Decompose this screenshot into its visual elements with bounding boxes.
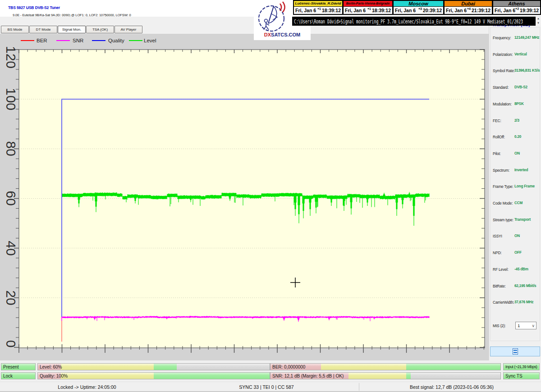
param-label-10: Code Mode:: [493, 201, 513, 205]
world-clocks: Lučenec-Slovakia_R.DávidFri, Jan 6+118:3…: [293, 0, 541, 15]
signal-bar-present: Present: [1, 363, 36, 370]
clock-time: 20:39:12: [423, 8, 442, 13]
statusbar-divider: [359, 383, 359, 391]
signal-chart: [0, 34, 489, 360]
param-value-14: -45 dBm: [514, 267, 528, 271]
signal-bar-sync: Sync TS: [503, 372, 540, 379]
param-value-8: Inverted: [514, 168, 528, 172]
param-label-11: Stream type:: [493, 218, 513, 222]
panel-tool-button[interactable]: [490, 346, 540, 356]
clock-date: Fri, Jan 6: [395, 8, 416, 13]
console-command-text: C:\Users\Roman Dávid>Signal monitoring_P…: [294, 18, 523, 25]
clock-1: Lučenec-Slovakia_R.DávidFri, Jan 6+118:3…: [293, 0, 343, 15]
console-scrollbar[interactable]: ▲▼: [536, 17, 541, 26]
param-label-14: RF Level:: [493, 267, 509, 272]
param-label-5: FEC:: [493, 119, 501, 123]
param-value-5: 2/3: [514, 119, 519, 123]
scroll-down-icon[interactable]: ▼: [536, 21, 541, 26]
statusbar-best-signal: Best signal: 12,7 dB (2023-01-06 05:36): [359, 382, 541, 392]
legend-line-level: [129, 40, 142, 41]
param-label-6: RollOff:: [493, 135, 505, 139]
param-value-13: OFF: [514, 251, 522, 255]
clock-utc-offset: +1: [367, 7, 371, 10]
signal-bar-label-sync: Sync TS: [505, 373, 523, 379]
legend-line-quality: [92, 40, 105, 41]
clock-5: AthensFri, Jan 6+219:39:12: [493, 0, 541, 15]
tab-dt-mode[interactable]: DT Mode: [29, 26, 57, 33]
param-value-9: Long Frame: [514, 184, 535, 188]
clock-city: Dubai: [445, 1, 492, 7]
scroll-up-icon[interactable]: ▲: [536, 17, 541, 21]
clock-time: 21:39:12: [472, 8, 491, 13]
y-axis-label-0: 0: [3, 340, 18, 348]
param-label-mis: MIS (2):: [493, 324, 506, 328]
param-label-12: ISSYI: [493, 234, 502, 238]
tab-bs-mode[interactable]: BS Mode: [1, 26, 29, 33]
param-value-16: 37,676 MHz: [514, 300, 533, 304]
clock-time-row: Fri, Jan 6+219:39:12: [493, 7, 540, 14]
param-value-15: 62,195 Mbit/s: [514, 284, 536, 288]
clock-time-row: Fri, Jan 6+118:39:12: [344, 7, 392, 14]
mis-select[interactable]: 1∨: [515, 322, 536, 329]
clock-utc-offset: +2: [515, 7, 519, 10]
signal-bar-ber: BER: 0,0000000: [270, 363, 501, 370]
legend-line-snr: [56, 40, 70, 41]
tab-tsa-ok-[interactable]: TSA (OK): [86, 26, 114, 33]
clock-date: Fri, Jan 6: [495, 8, 515, 13]
statusbar: Locked -> Uptime: 24:05:00 SYNC 33 | TEI…: [0, 382, 541, 391]
clock-date: Fri, Jan 6: [295, 8, 316, 13]
param-label-16: CarrierWidth:: [493, 300, 514, 305]
clock-time-row: Fri, Jan 6+421:39:12: [445, 7, 492, 14]
console-bar: C:\Users\Roman Dávid>Signal monitoring_P…: [292, 17, 536, 26]
signal-bar-input: Input (~21,39 Mbps): [503, 363, 540, 370]
param-label-1: Polarization:: [493, 52, 513, 57]
clock-4: DubaiFri, Jan 6+421:39:12: [444, 0, 493, 15]
header-strip: [0, 17, 292, 26]
signal-bar-level: Level: 60%: [37, 363, 270, 370]
param-label-9: Frame Type:: [493, 184, 513, 189]
chevron-down-icon: ∨: [532, 323, 535, 329]
param-value-12: ON: [514, 234, 520, 238]
signal-bar-label-present: Present: [3, 364, 18, 370]
signal-chart-area: BERSNRQualityLevel 020406080100120: [0, 34, 489, 360]
app-title: TBS 5927 USB DVB-S2 Tuner: [8, 5, 60, 10]
signal-bar-label-lock: Lock: [3, 373, 13, 379]
clock-time: 19:39:12: [520, 8, 539, 13]
statusbar-uptime: Locked -> Uptime: 24:05:00: [0, 382, 174, 392]
param-label-7: Pilot:: [493, 151, 501, 156]
y-axis-label-60: 60: [3, 191, 18, 206]
logo-text: DXSATCS.COM: [254, 32, 311, 37]
param-value-4: 8PSK: [514, 102, 524, 106]
param-label-3: Standard:: [493, 85, 509, 90]
param-value-3: DVB-S2: [514, 85, 527, 89]
param-label-4: Modulation:: [493, 102, 512, 106]
clock-date: Fri, Jan 6: [345, 8, 366, 13]
signal-bar-quality: Quality: 100%: [37, 372, 270, 379]
clock-utc-offset: +1: [317, 7, 321, 10]
param-label-0: Frequency:: [493, 36, 511, 40]
y-axis-label-80: 80: [3, 141, 18, 156]
clock-city: Lučenec-Slovakia_R.Dávid: [294, 1, 342, 7]
y-axis-label-40: 40: [3, 241, 18, 255]
signal-bar-lock: Lock: [1, 372, 36, 379]
y-axis-label-120: 120: [3, 46, 18, 68]
param-value-6: 0.20: [514, 135, 521, 139]
signal-bar-label-snr: SNR: 12,1 dB (Margin: 5,5 dB | OK): [272, 373, 344, 379]
param-label-8: Spectrum:: [493, 168, 509, 173]
y-axis-label-20: 20: [3, 290, 18, 305]
param-value-2: 31396,831 KS/s: [514, 68, 540, 73]
param-value-11: Transport: [514, 218, 531, 222]
param-value-1: Vertical: [514, 52, 527, 56]
tab-row: BS ModeDT ModeSignal Mon.TSA (OK)AV Play…: [0, 26, 489, 34]
param-value-10: CCM: [514, 201, 523, 205]
clock-date: Fri, Jan 6: [446, 8, 467, 13]
legend-label-snr: SNR: [73, 38, 83, 43]
param-label-2: Symbol Rate:: [493, 68, 515, 73]
legend-label-level: Level: [144, 38, 156, 43]
clock-2: Berlin-Paris-Vienna-BelgradeFri, Jan 6+1…: [343, 0, 393, 15]
y-axis-label-100: 100: [3, 88, 18, 110]
param-label-15: BitRate:: [493, 284, 506, 288]
statusbar-sync: SYNC 33 | TEI 0 | CC 587: [174, 382, 359, 392]
tab-av-player[interactable]: AV Player: [115, 26, 142, 33]
tab-signal-mon-[interactable]: Signal Mon.: [58, 26, 86, 33]
